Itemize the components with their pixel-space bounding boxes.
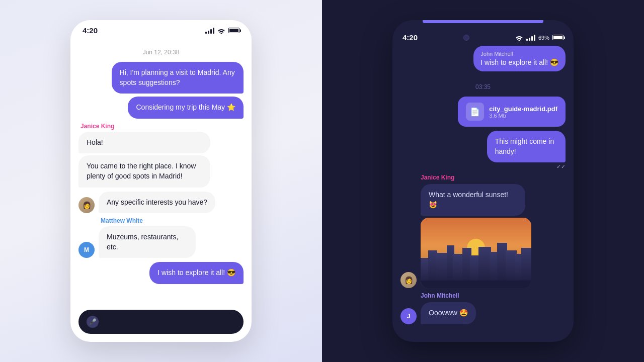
file-icon: 📄 <box>466 103 484 121</box>
msg-out-right-1: This might come in handy! <box>487 131 566 162</box>
read-tick: ✓✓ <box>556 163 566 170</box>
timestamp-left: Jun 12, 20:38 <box>78 49 244 56</box>
john-ooowww-group: J John Mitchell Ooowww 🤩 <box>400 292 476 324</box>
battery-percent: 69% <box>538 35 549 41</box>
matthew-avatar: M <box>78 242 95 258</box>
matthew-group: M Matthew White Muzeums, restaurants, et… <box>78 217 200 258</box>
file-name: city_guide-madrid.pdf <box>489 105 557 113</box>
top-bubble-sender: John Mitchell <box>480 51 558 57</box>
top-message-area: John Mitchell I wish to explore it all! … <box>392 46 574 75</box>
chat-area-left[interactable]: Jun 12, 20:38 Hi, I'm planning a visit t… <box>70 39 252 306</box>
top-bubble-bar: John Mitchell I wish to explore it all! … <box>473 46 566 71</box>
status-bar-left: 4:20 <box>70 20 252 39</box>
status-icons-right: 69% <box>515 35 564 41</box>
top-bubble-text: I wish to explore it all! 😎 <box>480 58 558 66</box>
city-skyline-svg <box>421 218 531 288</box>
svg-rect-15 <box>421 281 531 288</box>
msg-janice-1: Hola! <box>78 132 210 154</box>
outgoing-group-1: Hi, I'm planning a visit to Madrid. Any … <box>78 62 244 119</box>
janice-group: Janice King Hola! You came to the right … <box>78 123 210 188</box>
msg-out-2: Considering my trip this May ⭐ <box>128 97 244 119</box>
right-panel: 4:20 69% John Mitche <box>322 0 644 362</box>
phone-right: 4:20 69% John Mitche <box>392 20 574 342</box>
chat-area-right[interactable]: 03:35 📄 city_guide-madrid.pdf 3.6 Mb Thi… <box>392 75 574 342</box>
matthew-msg-group: Matthew White Muzeums, restaurants, etc. <box>99 217 196 258</box>
john-msg-group: John Mitchell Ooowww 🤩 <box>421 292 476 324</box>
file-info: city_guide-madrid.pdf 3.6 Mb <box>489 105 557 119</box>
status-bar-right: 4:20 69% <box>392 27 574 46</box>
wifi-icon-right <box>515 35 523 41</box>
status-icons-left <box>205 28 239 34</box>
msg-john-ooowww: Ooowww 🤩 <box>421 302 476 324</box>
janice-sender: Janice King <box>78 123 210 130</box>
matthew-sender: Matthew White <box>99 217 196 224</box>
time-left: 4:20 <box>83 26 98 35</box>
phone-left: 4:20 Jun 12, 20:38 Hi, I'm planning a vi… <box>70 20 252 342</box>
left-panel: 4:20 Jun 12, 20:38 Hi, I'm planning a vi… <box>0 0 322 362</box>
janice-sunset-msg: Janice King What a wonderful sunset! 😻 <box>421 174 525 288</box>
file-attachment: 📄 city_guide-madrid.pdf 3.6 Mb <box>458 97 566 127</box>
time-right: 4:20 <box>403 33 418 42</box>
signal-icon <box>205 28 214 34</box>
janice-avatar: 👩 <box>78 197 95 213</box>
janice-avatar-msg: 👩 Any specific interests you have? <box>78 192 215 214</box>
janice-sender-right: Janice King <box>421 174 525 181</box>
battery-icon-right <box>552 35 564 40</box>
msg-out-3: I wish to explore it all! 😎 <box>149 262 244 284</box>
msg-janice-2: You came to the right place. I know plen… <box>78 155 210 187</box>
input-bar-left[interactable]: 🎤 <box>78 310 244 334</box>
msg-out-1: Hi, I'm planning a visit to Madrid. Any … <box>112 62 244 94</box>
wifi-icon <box>217 28 225 34</box>
janice-sunset-group: 👩 Janice King What a wonderful sunset! 😻 <box>400 174 531 288</box>
janice-avatar-right: 👩 <box>400 272 417 288</box>
timestamp-right: 03:35 <box>400 83 566 90</box>
top-bar <box>423 20 543 23</box>
msg-matthew-1: Muzeums, restaurants, etc. <box>99 226 196 258</box>
microphone-icon[interactable]: 🎤 <box>87 316 99 328</box>
signal-icon-right <box>526 35 535 41</box>
john-sender-right: John Mitchell <box>421 292 476 299</box>
camera-notch <box>463 35 469 41</box>
msg-janice-sunset: What a wonderful sunset! 😻 <box>421 184 525 216</box>
john-avatar-right: J <box>400 308 417 324</box>
outgoing-group-right: This might come in handy! ✓✓ <box>467 131 566 170</box>
city-image <box>421 218 531 288</box>
battery-icon <box>228 28 239 33</box>
msg-janice-3: Any specific interests you have? <box>99 192 215 214</box>
file-size: 3.6 Mb <box>489 113 557 119</box>
